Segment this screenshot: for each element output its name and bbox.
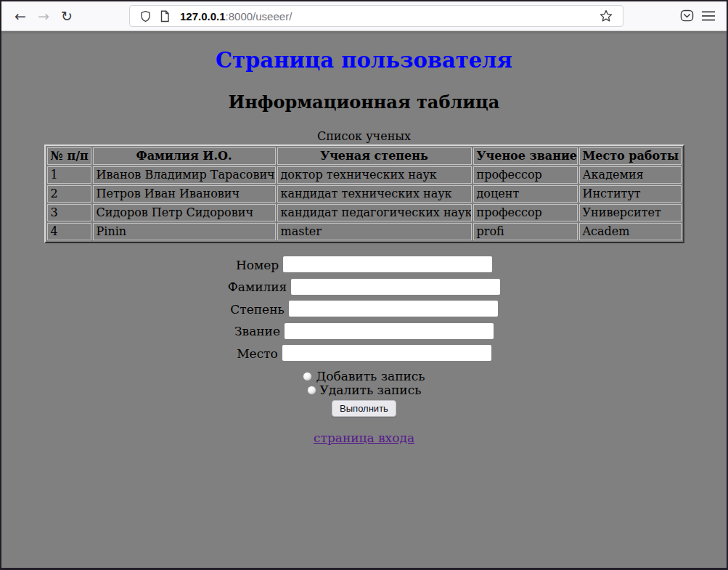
table-cell: Academ xyxy=(579,223,682,240)
login-page-link[interactable]: страница входа xyxy=(314,431,414,445)
url-host: 127.0.0.1 xyxy=(180,10,226,23)
table-caption: Список ученых xyxy=(1,129,727,143)
reload-icon: ↻ xyxy=(61,8,73,24)
table-row: 4 Pinin master profi Academ xyxy=(47,223,682,240)
form-row-surname: Фамилия xyxy=(1,278,727,295)
column-header: Ученая степень xyxy=(277,147,472,165)
table-cell: profi xyxy=(473,223,578,240)
table-cell: доктор технических наук xyxy=(277,166,472,184)
place-input[interactable] xyxy=(282,345,491,361)
delete-record-option[interactable]: Удалить запись xyxy=(1,383,727,397)
number-input[interactable] xyxy=(283,256,492,272)
table-cell: кандидат технических наук xyxy=(277,185,472,203)
table-cell: Институт xyxy=(579,185,682,203)
forward-button[interactable]: → xyxy=(32,5,55,27)
form-row-degree: Степень xyxy=(1,301,727,317)
browser-window: ← → ↻ 127.0.0.1:8000/useeer/ xyxy=(0,0,728,570)
back-button[interactable]: ← xyxy=(9,5,32,27)
page-info-icon[interactable] xyxy=(160,10,170,23)
degree-label: Степень xyxy=(230,301,284,316)
add-record-label: Добавить запись xyxy=(316,369,425,383)
table-cell: доцент xyxy=(473,185,578,203)
table-cell: 4 xyxy=(47,223,91,240)
page-subtitle: Информационная таблица xyxy=(1,92,727,113)
table-cell: Академия xyxy=(579,166,682,184)
page-title: Страница пользователя xyxy=(1,49,727,73)
execute-button[interactable]: Выполнить xyxy=(332,400,396,417)
table-cell: 2 xyxy=(47,185,91,203)
table-cell: master xyxy=(277,223,472,240)
table-cell: Петров Иван Иванович xyxy=(93,185,276,203)
shield-icon[interactable] xyxy=(140,10,151,23)
action-radio-group: Добавить запись Удалить запись xyxy=(1,370,727,397)
table-cell: кандидат педагогических наук xyxy=(277,204,472,221)
rank-label: Звание xyxy=(234,324,280,338)
place-label: Место xyxy=(237,346,278,360)
column-header: Ученое звание xyxy=(473,147,578,165)
record-form: Номер Фамилия Степень Звание Место Добав… xyxy=(1,256,727,418)
surname-input[interactable] xyxy=(291,279,500,295)
back-arrow-icon: ← xyxy=(15,8,26,24)
page-content: Страница пользователя Информационная таб… xyxy=(1,31,727,568)
add-record-radio[interactable] xyxy=(303,372,312,381)
table-cell: профессор xyxy=(473,204,578,221)
column-header: Место работы xyxy=(579,147,682,165)
table-cell: Сидоров Петр Сидорович xyxy=(93,204,276,221)
forward-arrow-icon: → xyxy=(38,8,49,24)
url-bar[interactable]: 127.0.0.1:8000/useeer/ xyxy=(129,5,623,27)
degree-input[interactable] xyxy=(289,301,498,317)
form-row-place: Место xyxy=(1,345,727,362)
add-record-option[interactable]: Добавить запись xyxy=(1,370,727,383)
browser-toolbar: ← → ↻ 127.0.0.1:8000/useeer/ xyxy=(1,1,727,31)
url-path: :8000/useeer/ xyxy=(226,10,293,23)
delete-record-radio[interactable] xyxy=(307,386,316,395)
scientists-table: № п/п Фамилия И.О. Ученая степень Ученое… xyxy=(44,144,684,243)
surname-label: Фамилия xyxy=(228,280,287,294)
number-label: Номер xyxy=(236,257,279,272)
table-cell: Университет xyxy=(579,204,682,221)
table-cell: Pinin xyxy=(93,223,276,240)
column-header: № п/п xyxy=(47,147,91,165)
column-header: Фамилия И.О. xyxy=(93,147,276,165)
table-row: 3 Сидоров Петр Сидорович кандидат педаго… xyxy=(47,204,682,221)
table-cell: профессор xyxy=(473,166,578,184)
delete-record-label: Удалить запись xyxy=(320,383,422,397)
hamburger-menu-icon[interactable] xyxy=(698,5,719,27)
form-row-rank: Звание xyxy=(1,322,727,339)
url-text[interactable]: 127.0.0.1:8000/useeer/ xyxy=(180,10,292,23)
table-cell: 3 xyxy=(47,204,91,221)
table-header-row: № п/п Фамилия И.О. Ученая степень Ученое… xyxy=(47,147,682,165)
bookmark-star-icon[interactable] xyxy=(600,9,613,23)
table-row: 1 Иванов Владимир Тарасович доктор техни… xyxy=(47,166,682,184)
rank-input[interactable] xyxy=(285,323,494,339)
reload-button[interactable]: ↻ xyxy=(55,5,78,27)
table-row: 2 Петров Иван Иванович кандидат техничес… xyxy=(47,185,682,203)
pocket-icon[interactable] xyxy=(676,5,698,27)
form-row-number: Номер xyxy=(1,256,727,273)
table-cell: Иванов Владимир Тарасович xyxy=(93,166,276,184)
table-cell: 1 xyxy=(47,166,91,184)
